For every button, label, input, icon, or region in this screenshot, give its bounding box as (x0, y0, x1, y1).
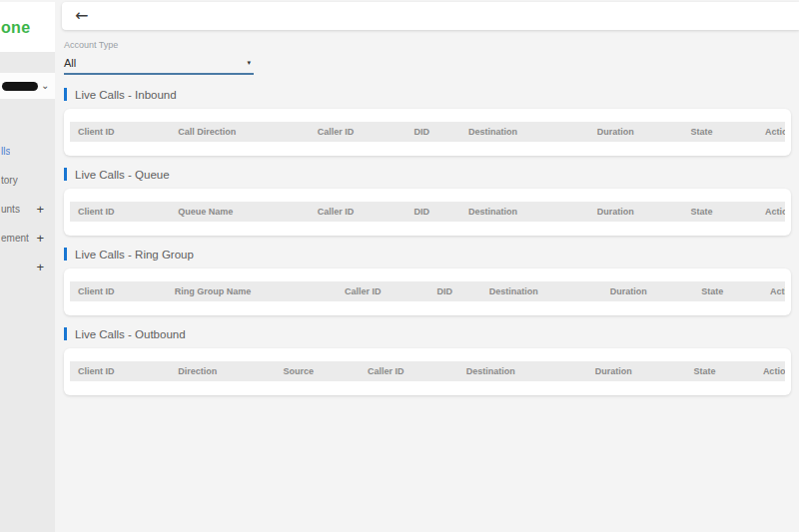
column-header: Action (762, 286, 785, 296)
plus-icon[interactable]: + (36, 232, 44, 245)
table-card: Client ID Ring Group Name Caller ID DID … (64, 268, 791, 315)
sidebar-item-call-history[interactable]: tory (0, 166, 55, 195)
chevron-down-icon: ⌄ (41, 81, 49, 91)
brand-logo: one (1, 19, 30, 36)
column-header: Caller ID (337, 286, 428, 296)
sidebar-item-live-calls[interactable]: lls (0, 137, 55, 166)
column-header: Destination (460, 127, 589, 137)
column-header: State (683, 127, 757, 137)
section-header: Live Calls - Outbound (64, 327, 791, 340)
section-title: Live Calls - Inbound (75, 89, 177, 101)
accent-bar (64, 248, 67, 261)
column-header: Destination (460, 207, 589, 217)
column-header: Duration (589, 207, 683, 217)
section-title: Live Calls - Queue (75, 169, 170, 181)
column-header: DID (406, 127, 460, 137)
plus-icon[interactable]: + (36, 203, 44, 216)
section-live-calls-inbound: Live Calls - Inbound Client ID Call Dire… (64, 88, 791, 156)
column-header: Caller ID (360, 366, 458, 376)
sidebar-item-label: ement (1, 233, 29, 244)
column-header: Action (755, 366, 785, 376)
section-live-calls-queue: Live Calls - Queue Client ID Queue Name … (64, 168, 791, 236)
sidebar-item-management[interactable]: ement + (0, 224, 55, 253)
sidebar-nav: lls tory unts + ement + + (0, 137, 55, 281)
sidebar-item-extra[interactable]: + (0, 253, 55, 281)
column-header: Action (757, 207, 785, 217)
column-header: Ring Group Name (167, 286, 337, 296)
section-title: Live Calls - Outbound (75, 328, 186, 340)
section-header: Live Calls - Inbound (64, 88, 791, 101)
section-header: Live Calls - Queue (64, 168, 791, 181)
table-card: Client ID Direction Source Caller ID Des… (64, 348, 791, 395)
column-header: Duration (602, 286, 694, 296)
column-header: Direction (170, 366, 275, 376)
table-card: Client ID Call Direction Caller ID DID D… (64, 109, 791, 156)
account-type-field: Account Type All ▾ (64, 40, 791, 75)
column-header: DID (406, 207, 460, 217)
sidebar-item-label: unts (1, 204, 20, 215)
table-header-row: Client ID Queue Name Caller ID DID Desti… (70, 202, 785, 222)
sidebar: one ⌄ lls tory unts + ement + + (0, 2, 55, 532)
sidebar-item-label: tory (1, 175, 18, 186)
column-header: State (683, 207, 757, 217)
column-header: DID (428, 286, 480, 296)
column-header: Source (275, 366, 359, 376)
column-header: Call Direction (170, 127, 310, 137)
toolbar: ← (62, 2, 799, 30)
logo-area: one (0, 2, 55, 52)
column-header: Destination (458, 366, 587, 376)
table-header-row: Client ID Call Direction Caller ID DID D… (70, 122, 785, 142)
accent-bar (64, 327, 67, 340)
main-content: ← Account Type All ▾ Live Calls - Inboun… (62, 2, 799, 532)
sidebar-item-accounts[interactable]: unts + (0, 195, 55, 224)
sidebar-item-label: lls (1, 146, 10, 157)
section-title: Live Calls - Ring Group (75, 249, 194, 261)
table-header-row: Client ID Ring Group Name Caller ID DID … (70, 281, 785, 301)
back-button[interactable]: ← (75, 8, 88, 24)
section-live-calls-ring-group: Live Calls - Ring Group Client ID Ring G… (64, 248, 791, 315)
column-header: Caller ID (310, 207, 406, 217)
column-header: Client ID (70, 207, 170, 217)
accent-bar (64, 168, 67, 181)
column-header: Action (757, 127, 785, 137)
column-header: Queue Name (170, 207, 310, 217)
column-header: State (693, 286, 762, 296)
column-header: Destination (481, 286, 602, 296)
column-header: Duration (589, 127, 683, 137)
page-body: Account Type All ▾ Live Calls - Inbound … (62, 30, 799, 395)
table-header-row: Client ID Direction Source Caller ID Des… (70, 361, 785, 381)
account-type-select[interactable]: All ▾ (64, 51, 254, 75)
account-type-value: All (64, 57, 76, 69)
column-header: Caller ID (310, 127, 406, 137)
dropdown-arrow-icon: ▾ (247, 59, 251, 67)
section-live-calls-outbound: Live Calls - Outbound Client ID Directio… (64, 327, 791, 395)
section-header: Live Calls - Ring Group (64, 248, 791, 261)
column-header: Client ID (70, 127, 170, 137)
plus-icon[interactable]: + (36, 261, 44, 273)
column-header: Client ID (70, 366, 170, 376)
table-card: Client ID Queue Name Caller ID DID Desti… (64, 189, 791, 236)
column-header: Duration (587, 366, 686, 376)
account-name-redacted (2, 82, 38, 91)
column-header: Client ID (70, 286, 167, 296)
accent-bar (64, 88, 67, 101)
app: one ⌄ lls tory unts + ement + + (0, 2, 799, 532)
column-header: State (685, 366, 754, 376)
account-type-label: Account Type (64, 40, 791, 50)
account-selector[interactable]: ⌄ (0, 73, 55, 99)
